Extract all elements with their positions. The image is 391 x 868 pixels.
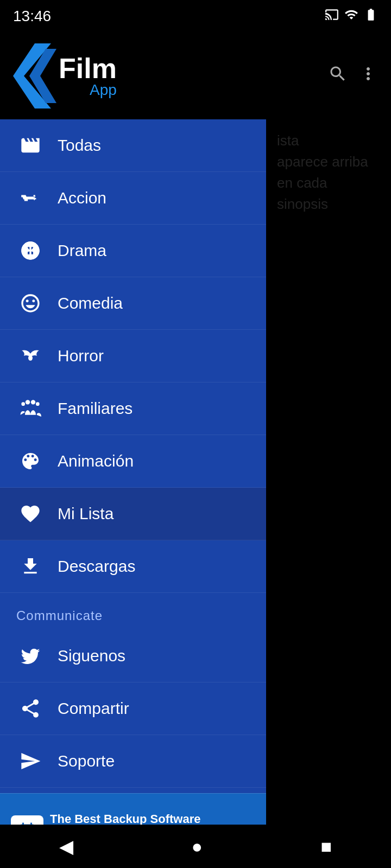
menu-label-descargas: Descargas [58,557,135,576]
gun-icon [16,184,45,212]
menu-label-animacion: Animación [58,452,134,470]
logo-chevron-icon [13,43,56,108]
send-icon [16,747,45,775]
share-icon [16,694,45,723]
menu-item-accion[interactable]: Accion [0,172,266,225]
more-button[interactable] [358,64,378,88]
palette-icon [16,447,45,475]
bottom-nav: ◀ ● ■ [0,825,391,868]
menu-item-mi-lista[interactable]: Mi Lista [0,488,266,540]
menu-label-familiares: Familiares [58,399,133,418]
logo-area: Film App [13,43,117,108]
heart-icon [16,500,45,528]
menu-item-compartir[interactable]: Compartir [0,682,266,735]
menu-item-siguenos[interactable]: Siguenos [0,630,266,682]
cast-icon [325,8,339,25]
menu-label-horror: Horror [58,347,104,365]
menu-label-todas: Todas [58,136,101,155]
menu-item-todas[interactable]: Todas [0,119,266,172]
smile-icon [16,289,45,317]
svg-point-6 [36,402,40,406]
svg-point-5 [31,400,35,404]
status-icons [325,8,378,25]
search-button[interactable] [328,64,348,88]
menu-label-comedia: Comedia [58,294,123,312]
family-icon [16,394,45,423]
svg-point-2 [28,355,33,361]
menu-item-animacion[interactable]: Animación [0,435,266,488]
top-bar-actions [328,64,378,88]
wifi-icon [344,8,358,25]
overlay [266,119,391,868]
home-button[interactable]: ● [175,831,219,863]
drama-icon [16,237,45,265]
film-icon [16,131,45,159]
menu-label-soporte: Soporte [58,752,115,770]
menu-label-compartir: Compartir [58,699,129,718]
recent-button[interactable]: ■ [305,831,349,863]
logo-text: Film App [59,54,117,98]
logo-film-label: Film [59,54,117,82]
menu-label-siguenos: Siguenos [58,647,125,665]
menu-label-accion: Accion [58,189,106,207]
battery-icon [364,8,378,25]
svg-point-4 [26,400,30,404]
twitter-icon [16,642,45,670]
navigation-drawer: Todas Accion Drama Comedia Horror [0,119,266,868]
menu-label-mi-lista: Mi Lista [58,505,113,523]
menu-item-soporte[interactable]: Soporte [0,735,266,788]
back-button[interactable]: ◀ [43,830,90,863]
status-time: 13:46 [13,8,51,25]
menu-item-horror[interactable]: Horror [0,330,266,382]
top-bar: Film App [0,33,391,119]
menu-item-drama[interactable]: Drama [0,225,266,277]
bat-icon [16,342,45,370]
menu-item-comedia[interactable]: Comedia [0,277,266,330]
communicate-section-header: Communicate [0,593,266,630]
download-icon [16,552,45,580]
menu-label-drama: Drama [58,241,106,260]
svg-point-3 [21,402,25,406]
status-bar: 13:46 [0,0,391,33]
logo-app-label: App [90,82,117,98]
menu-item-descargas[interactable]: Descargas [0,540,266,593]
menu-item-familiares[interactable]: Familiares [0,382,266,435]
